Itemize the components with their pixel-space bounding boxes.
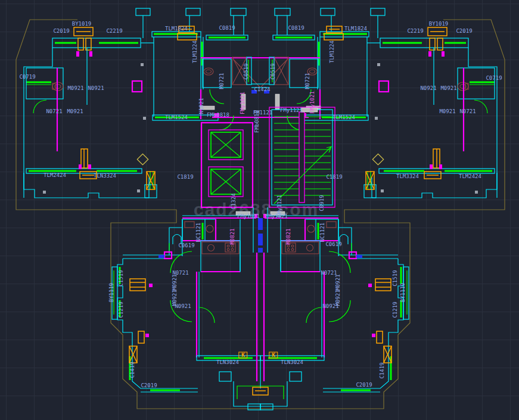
plan-label: C0919: [319, 195, 325, 211]
plan-label: C1219: [119, 301, 124, 318]
column-icon: [129, 346, 137, 363]
parapet-bump: [186, 8, 200, 15]
plan-label: TLM2424: [43, 173, 66, 178]
plan-label: C0619: [325, 242, 341, 247]
plan-label: C1819: [177, 175, 193, 180]
plan-label: M0921: [172, 274, 178, 290]
plan-label: C1424: [254, 87, 270, 92]
plan-label: C0719: [486, 76, 502, 81]
plan-label: FMy1021: [310, 91, 315, 114]
plan-label: BY1119: [109, 283, 114, 303]
plan-label: M0821: [286, 228, 291, 244]
plan-label: TLM1224: [192, 41, 198, 63]
toilet-icon: [204, 68, 213, 75]
plan-label: N0921: [175, 304, 191, 309]
plan-label: TLM1824: [344, 26, 367, 32]
stairwell: [269, 107, 335, 207]
plan-label: C1419: [380, 362, 385, 378]
plan-label: C2019: [53, 29, 69, 34]
plan-label: C1419: [130, 362, 135, 378]
plan-label: C1519: [119, 270, 124, 286]
column-icon: [130, 279, 145, 291]
plan-label: BY1119: [400, 283, 406, 303]
plan-label: C1219: [393, 301, 398, 318]
plan-label: C2219: [407, 29, 423, 34]
door-arc: [199, 307, 215, 323]
elevator-icon: [211, 132, 241, 157]
plan-label: M0921: [440, 86, 456, 91]
parapet-bump: [219, 372, 231, 381]
plan-label: FMb0818: [207, 113, 229, 118]
plan-label: M0821: [230, 228, 235, 244]
plan-label: M0721: [219, 73, 225, 89]
plan-label: C2019: [141, 383, 157, 388]
plan-label: BY1019: [72, 21, 92, 27]
plan-label: N0921: [88, 86, 104, 91]
plan-label: N0921: [322, 304, 338, 309]
beam-marker-label: K: [269, 352, 278, 359]
plan-label: TLN3024: [281, 360, 303, 365]
plan-label: TLN3024: [216, 360, 239, 365]
door-arc: [210, 89, 224, 104]
column-icon: [86, 38, 91, 50]
plan-label: N0721: [459, 109, 476, 114]
plan-label: TLM1224: [330, 41, 335, 63]
plan-label: C0519: [271, 63, 276, 79]
plan-label: N0721: [46, 109, 62, 114]
plan-label: TLM2424: [459, 174, 481, 179]
plan-label: M0921: [67, 86, 83, 91]
plan-label: C1819: [326, 175, 342, 180]
plan-label: TLM3324: [396, 174, 419, 179]
plan-label: C0619: [178, 243, 194, 248]
plan-label: C0519: [244, 63, 249, 79]
plan-label: FM1121: [253, 110, 273, 116]
plan-label: NC1121: [196, 223, 201, 242]
plan-label: N1021: [199, 98, 204, 114]
sink-icon: [185, 222, 194, 228]
plan-label: M0921: [67, 109, 83, 114]
plan-label: N0921: [420, 86, 436, 91]
plan-label: C1519: [393, 270, 398, 286]
parapet-bump: [231, 8, 246, 15]
beam-marker-label: K: [238, 352, 247, 359]
party-wall: [257, 253, 264, 388]
plan-label: C0819: [219, 26, 235, 31]
plan-label: C2219: [106, 29, 122, 34]
watermark: cad2688.com: [194, 200, 319, 220]
washer-icon: [206, 225, 213, 232]
plan-label: M0721: [305, 73, 310, 89]
plan-label: TLN3324: [94, 173, 116, 179]
elevator-core: [201, 123, 253, 207]
column-icon: [78, 38, 83, 50]
plan-label: TLM1824: [165, 26, 188, 32]
column-icon: [138, 331, 144, 343]
plan-label: TLM1524: [332, 115, 355, 120]
plan-label: NC1121: [320, 223, 325, 242]
elevator-icon: [211, 169, 241, 194]
top-left-wing: [24, 8, 157, 198]
parapet-bump: [136, 8, 150, 15]
plan-label: C0719: [19, 74, 35, 80]
plan-label: C2019: [456, 29, 472, 34]
plan-label: M0921: [335, 274, 341, 290]
cad-viewport[interactable]: BY1019C2019C2219C0719M0921N0921N0721M092…: [0, 0, 519, 420]
plan-label: M0921: [439, 109, 455, 114]
bottom-left-apartment: [112, 211, 260, 410]
plan-label: C0819: [288, 26, 304, 31]
plan-label: BY1019: [429, 21, 449, 27]
plan-label: FMy1121: [280, 108, 303, 113]
plan-label: C2019: [356, 382, 372, 388]
diamond-marker: [137, 154, 148, 164]
door-arc: [33, 100, 46, 113]
plan-label: FMy1021: [240, 92, 245, 114]
plan-label: TLM1524: [165, 115, 188, 120]
